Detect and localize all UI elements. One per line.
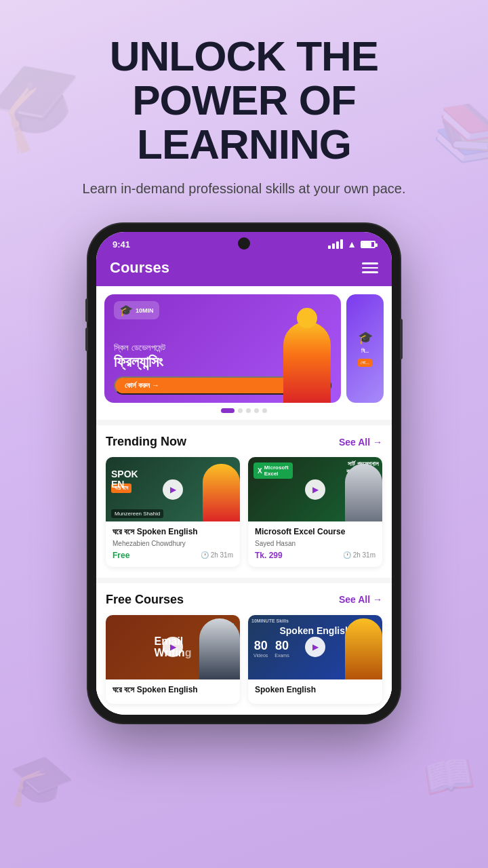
course-name-spoken: ঘরে বসে Spoken English — [113, 527, 233, 538]
course-name-spoken2: Spoken English — [255, 685, 375, 696]
clock-icon: 🕐 — [201, 551, 209, 559]
skills-label: 10MINUTE Skills — [251, 618, 289, 623]
free-courses-title: Free Courses — [106, 593, 184, 607]
banner-card-peek[interactable]: 🎓 বি... কো... — [346, 294, 384, 403]
course-instructor-spoken: Mehezabien Chowdhury — [113, 540, 233, 547]
app-header: Courses — [96, 254, 392, 286]
excel-person — [345, 464, 382, 521]
course-meta-spoken: Free 🕐 2h 31m — [113, 551, 233, 560]
trending-see-all[interactable]: See All → — [339, 437, 382, 448]
course-thumb-spoken2: 10MINUTE Skills Spoken English 80 Videos — [248, 615, 382, 679]
spoken-title: SPOKEN — [111, 469, 138, 490]
email-person — [199, 618, 240, 679]
screen-content[interactable]: 🎓 10MIN স্কিল ডেভেলপমেন্ট ফ্রিল্যান্সিং … — [96, 286, 392, 715]
course-price-spoken: Free — [113, 551, 129, 560]
course-instructor-excel: Sayed Hasan — [255, 540, 375, 547]
course-price-excel: Tk. 299 — [255, 551, 283, 560]
free-courses-grid: ✉️ EmailWriting ▶ ঘরে বসে Spoken English — [106, 615, 382, 705]
status-icons: ▲ — [328, 239, 375, 250]
stat-videos: 80 Videos — [253, 639, 268, 658]
play-button-excel[interactable]: ▶ — [305, 479, 325, 500]
notch — [238, 237, 250, 250]
banner-illustration — [273, 304, 341, 403]
course-meta-excel: Tk. 299 🕐 2h 31m — [255, 551, 375, 560]
app-title: Courses — [110, 259, 169, 277]
free-courses-see-all[interactable]: See All → — [339, 594, 382, 605]
clock-icon-2: 🕐 — [343, 551, 351, 559]
signal-icon — [328, 239, 343, 249]
play-button-spoken[interactable]: ▶ — [163, 479, 183, 500]
course-thumb-excel: X MicrosoftExcel সার্ট প্রফেশনালকর্স ENG… — [248, 457, 382, 521]
battery-icon — [361, 241, 375, 248]
course-duration-excel: 🕐 2h 31m — [343, 551, 375, 559]
course-info-email: ঘরে বসে Spoken English — [106, 679, 240, 705]
play-button-email[interactable]: ▶ — [163, 637, 183, 657]
dot-5 — [262, 408, 267, 413]
banner-logo-text: 10MIN — [136, 307, 154, 314]
banner-carousel[interactable]: 🎓 10MIN স্কিল ডেভেলপমেন্ট ফ্রিল্যান্সিং … — [104, 294, 384, 403]
course-card-email[interactable]: ✉️ EmailWriting ▶ ঘরে বসে Spoken English — [106, 615, 240, 705]
phone-mockup: 9:41 ▲ Courses — [88, 224, 400, 723]
course-card-excel[interactable]: X MicrosoftExcel সার্ট প্রফেশনালকর্স ENG… — [248, 457, 382, 567]
hero-section: UNLOCK THE POWER OF LEARNING Learn in-de… — [0, 0, 488, 212]
menu-button[interactable] — [362, 262, 378, 273]
trending-title: Trending Now — [106, 435, 186, 449]
course-card-spoken2[interactable]: 10MINUTE Skills Spoken English 80 Videos — [248, 615, 382, 705]
status-bar: 9:41 ▲ — [96, 232, 392, 254]
course-name-email: ঘরে বসে Spoken English — [113, 685, 233, 696]
graduation-icon: 🎓 — [119, 304, 133, 317]
banner-card-main[interactable]: 🎓 10MIN স্কিল ডেভেলপমেন্ট ফ্রিল্যান্সিং … — [104, 294, 341, 403]
banner-section: 🎓 10MIN স্কিল ডেভেলপমেন্ট ফ্রিল্যান্সিং … — [96, 286, 392, 420]
free-courses-section: Free Courses See All → ✉️ EmailWriting — [96, 583, 392, 715]
course-card-spoken[interactable]: ঘরে বসে SPOKEN Munzereen Shahid ▶ ঘরে বস… — [106, 457, 240, 567]
dot-1 — [221, 408, 235, 413]
dot-4 — [254, 408, 259, 413]
course-thumb-email: ✉️ EmailWriting ▶ — [106, 615, 240, 679]
dot-2 — [238, 408, 243, 413]
course-info-spoken2: Spoken English — [248, 679, 382, 705]
course-thumb-spoken: ঘরে বসে SPOKEN Munzereen Shahid ▶ — [106, 457, 240, 521]
spoken2-person — [345, 618, 382, 679]
instructor-badge: Munzereen Shahid — [111, 509, 163, 518]
phone-screen: 9:41 ▲ Courses — [96, 232, 392, 715]
course-name-excel: Microsoft Excel Course — [255, 527, 375, 538]
free-courses-header: Free Courses See All → — [106, 593, 382, 607]
wifi-icon: ▲ — [347, 239, 357, 250]
excel-logo: X MicrosoftExcel — [253, 462, 293, 479]
hero-title: UNLOCK THE POWER OF LEARNING — [41, 34, 447, 166]
carousel-dots — [104, 403, 384, 420]
course-duration-spoken: 🕐 2h 31m — [201, 551, 233, 559]
play-button-spoken2[interactable]: ▶ — [305, 637, 325, 657]
course-info-spoken: ঘরে বসে Spoken English Mehezabien Chowdh… — [106, 521, 240, 567]
dot-3 — [246, 408, 251, 413]
stat-exams: 80 Exams — [274, 639, 289, 658]
trending-section: Trending Now See All → ঘরে বসে SPOKEN Mu… — [96, 425, 392, 578]
banner-logo: 🎓 10MIN — [114, 301, 159, 319]
course-info-excel: Microsoft Excel Course Sayed Hasan Tk. 2… — [248, 521, 382, 567]
trending-courses-grid: ঘরে বসে SPOKEN Munzereen Shahid ▶ ঘরে বস… — [106, 457, 382, 567]
status-time: 9:41 — [113, 239, 130, 250]
trending-header: Trending Now See All → — [106, 435, 382, 449]
thumb-person — [203, 464, 240, 521]
hero-subtitle: Learn in-demand professional skills at y… — [41, 178, 447, 199]
banner-peek-icon: 🎓 — [358, 330, 373, 345]
